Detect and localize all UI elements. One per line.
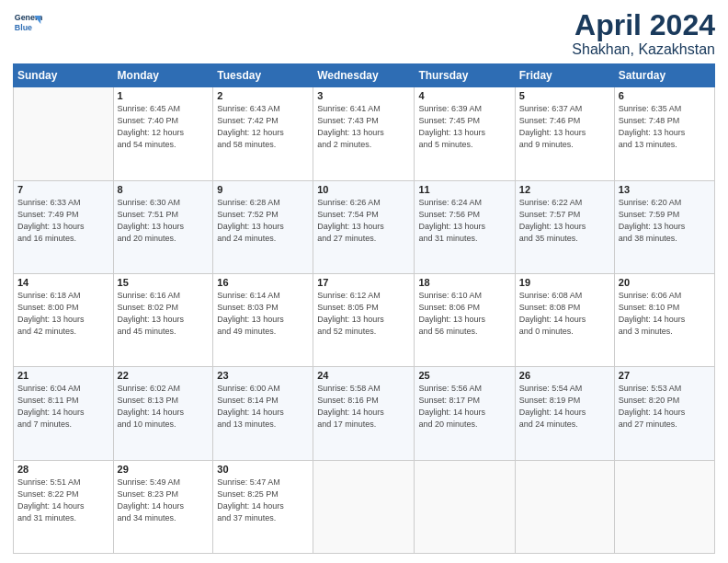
day-info: Sunrise: 6:16 AMSunset: 8:02 PMDaylight:… — [118, 290, 210, 338]
day-number: 6 — [619, 90, 711, 101]
day-number: 23 — [217, 370, 309, 381]
calendar-table: SundayMondayTuesdayWednesdayThursdayFrid… — [13, 63, 715, 554]
calendar-cell: 9Sunrise: 6:28 AMSunset: 7:52 PMDaylight… — [213, 180, 313, 273]
day-number: 1 — [118, 90, 210, 101]
day-info: Sunrise: 6:18 AMSunset: 8:00 PMDaylight:… — [17, 290, 109, 338]
subtitle: Shakhan, Kazakhstan — [572, 41, 715, 58]
weekday-header-thursday: Thursday — [415, 64, 515, 87]
page: General Blue April 2024 Shakhan, Kazakhs… — [0, 0, 728, 563]
calendar-cell: 24Sunrise: 5:58 AMSunset: 8:16 PMDayligh… — [313, 367, 415, 460]
day-info: Sunrise: 5:49 AMSunset: 8:23 PMDaylight:… — [118, 477, 210, 524]
day-number: 12 — [519, 184, 610, 195]
day-number: 5 — [519, 90, 610, 101]
day-number: 22 — [118, 370, 210, 381]
day-info: Sunrise: 6:43 AMSunset: 7:42 PMDaylight:… — [217, 103, 309, 151]
day-number: 26 — [519, 370, 610, 381]
calendar-cell: 1Sunrise: 6:45 AMSunset: 7:40 PMDaylight… — [113, 87, 213, 180]
calendar-cell: 15Sunrise: 6:16 AMSunset: 8:02 PMDayligh… — [113, 273, 213, 366]
calendar-cell: 3Sunrise: 6:41 AMSunset: 7:43 PMDaylight… — [313, 87, 415, 180]
weekday-row: SundayMondayTuesdayWednesdayThursdayFrid… — [14, 64, 715, 87]
calendar-cell: 28Sunrise: 5:51 AMSunset: 8:22 PMDayligh… — [14, 460, 114, 553]
day-info: Sunrise: 6:12 AMSunset: 8:05 PMDaylight:… — [317, 290, 410, 338]
calendar-header: SundayMondayTuesdayWednesdayThursdayFrid… — [14, 64, 715, 87]
day-info: Sunrise: 5:53 AMSunset: 8:20 PMDaylight:… — [619, 383, 711, 431]
calendar-cell — [14, 87, 114, 180]
day-info: Sunrise: 6:22 AMSunset: 7:57 PMDaylight:… — [519, 197, 610, 245]
day-number: 29 — [118, 464, 210, 475]
day-info: Sunrise: 6:06 AMSunset: 8:10 PMDaylight:… — [619, 290, 711, 338]
day-info: Sunrise: 6:37 AMSunset: 7:46 PMDaylight:… — [519, 103, 610, 151]
calendar-week-1: 1Sunrise: 6:45 AMSunset: 7:40 PMDaylight… — [14, 87, 715, 180]
day-info: Sunrise: 5:54 AMSunset: 8:19 PMDaylight:… — [519, 383, 610, 431]
day-info: Sunrise: 6:24 AMSunset: 7:56 PMDaylight:… — [418, 197, 510, 245]
day-number: 17 — [317, 277, 410, 288]
day-number: 24 — [317, 370, 410, 381]
day-number: 9 — [217, 184, 309, 195]
calendar-cell: 11Sunrise: 6:24 AMSunset: 7:56 PMDayligh… — [415, 180, 515, 273]
calendar-cell: 6Sunrise: 6:35 AMSunset: 7:48 PMDaylight… — [614, 87, 714, 180]
day-number: 2 — [217, 90, 309, 101]
calendar-cell: 12Sunrise: 6:22 AMSunset: 7:57 PMDayligh… — [515, 180, 614, 273]
calendar-cell — [313, 460, 415, 553]
day-number: 18 — [418, 277, 510, 288]
calendar-cell: 7Sunrise: 6:33 AMSunset: 7:49 PMDaylight… — [14, 180, 114, 273]
day-number: 3 — [317, 90, 410, 101]
day-number: 14 — [17, 277, 109, 288]
day-info: Sunrise: 6:26 AMSunset: 7:54 PMDaylight:… — [317, 197, 410, 245]
day-number: 30 — [217, 464, 309, 475]
calendar-week-5: 28Sunrise: 5:51 AMSunset: 8:22 PMDayligh… — [14, 460, 715, 553]
day-number: 25 — [418, 370, 510, 381]
calendar-cell — [515, 460, 614, 553]
day-number: 10 — [317, 184, 410, 195]
calendar-cell: 22Sunrise: 6:02 AMSunset: 8:13 PMDayligh… — [113, 367, 213, 460]
calendar-cell: 19Sunrise: 6:08 AMSunset: 8:08 PMDayligh… — [515, 273, 614, 366]
calendar-week-3: 14Sunrise: 6:18 AMSunset: 8:00 PMDayligh… — [14, 273, 715, 366]
calendar-cell: 5Sunrise: 6:37 AMSunset: 7:46 PMDaylight… — [515, 87, 614, 180]
calendar-cell: 8Sunrise: 6:30 AMSunset: 7:51 PMDaylight… — [113, 180, 213, 273]
svg-text:Blue: Blue — [15, 23, 32, 32]
day-number: 4 — [418, 90, 510, 101]
calendar-cell: 13Sunrise: 6:20 AMSunset: 7:59 PMDayligh… — [614, 180, 714, 273]
day-info: Sunrise: 6:45 AMSunset: 7:40 PMDaylight:… — [118, 103, 210, 151]
day-info: Sunrise: 5:51 AMSunset: 8:22 PMDaylight:… — [17, 477, 109, 524]
calendar-cell: 25Sunrise: 5:56 AMSunset: 8:17 PMDayligh… — [415, 367, 515, 460]
day-number: 28 — [17, 464, 109, 475]
day-info: Sunrise: 6:04 AMSunset: 8:11 PMDaylight:… — [17, 383, 109, 431]
weekday-header-monday: Monday — [113, 64, 213, 87]
calendar-cell: 30Sunrise: 5:47 AMSunset: 8:25 PMDayligh… — [213, 460, 313, 553]
day-number: 11 — [418, 184, 510, 195]
calendar-cell — [614, 460, 714, 553]
day-number: 27 — [619, 370, 711, 381]
weekday-header-friday: Friday — [515, 64, 614, 87]
day-info: Sunrise: 6:10 AMSunset: 8:06 PMDaylight:… — [418, 290, 510, 338]
weekday-header-tuesday: Tuesday — [213, 64, 313, 87]
calendar-cell: 27Sunrise: 5:53 AMSunset: 8:20 PMDayligh… — [614, 367, 714, 460]
day-info: Sunrise: 6:20 AMSunset: 7:59 PMDaylight:… — [619, 197, 711, 245]
weekday-header-wednesday: Wednesday — [313, 64, 415, 87]
weekday-header-sunday: Sunday — [14, 64, 114, 87]
day-info: Sunrise: 6:30 AMSunset: 7:51 PMDaylight:… — [118, 197, 210, 245]
calendar-cell: 26Sunrise: 5:54 AMSunset: 8:19 PMDayligh… — [515, 367, 614, 460]
day-info: Sunrise: 6:08 AMSunset: 8:08 PMDaylight:… — [519, 290, 610, 338]
logo-icon: General Blue — [13, 9, 42, 39]
logo: General Blue — [13, 9, 42, 39]
day-number: 16 — [217, 277, 309, 288]
weekday-header-saturday: Saturday — [614, 64, 714, 87]
calendar-cell: 21Sunrise: 6:04 AMSunset: 8:11 PMDayligh… — [14, 367, 114, 460]
calendar-cell: 29Sunrise: 5:49 AMSunset: 8:23 PMDayligh… — [113, 460, 213, 553]
title-block: April 2024 Shakhan, Kazakhstan — [572, 9, 715, 58]
calendar-cell: 20Sunrise: 6:06 AMSunset: 8:10 PMDayligh… — [614, 273, 714, 366]
calendar-cell: 14Sunrise: 6:18 AMSunset: 8:00 PMDayligh… — [14, 273, 114, 366]
day-number: 15 — [118, 277, 210, 288]
calendar-cell: 23Sunrise: 6:00 AMSunset: 8:14 PMDayligh… — [213, 367, 313, 460]
header: General Blue April 2024 Shakhan, Kazakhs… — [13, 9, 715, 58]
main-title: April 2024 — [572, 9, 715, 41]
day-number: 7 — [17, 184, 109, 195]
day-info: Sunrise: 6:35 AMSunset: 7:48 PMDaylight:… — [619, 103, 711, 151]
day-info: Sunrise: 5:47 AMSunset: 8:25 PMDaylight:… — [217, 477, 309, 524]
calendar-cell: 4Sunrise: 6:39 AMSunset: 7:45 PMDaylight… — [415, 87, 515, 180]
day-info: Sunrise: 5:56 AMSunset: 8:17 PMDaylight:… — [418, 383, 510, 431]
day-info: Sunrise: 6:33 AMSunset: 7:49 PMDaylight:… — [17, 197, 109, 245]
calendar-cell: 2Sunrise: 6:43 AMSunset: 7:42 PMDaylight… — [213, 87, 313, 180]
day-info: Sunrise: 6:14 AMSunset: 8:03 PMDaylight:… — [217, 290, 309, 338]
